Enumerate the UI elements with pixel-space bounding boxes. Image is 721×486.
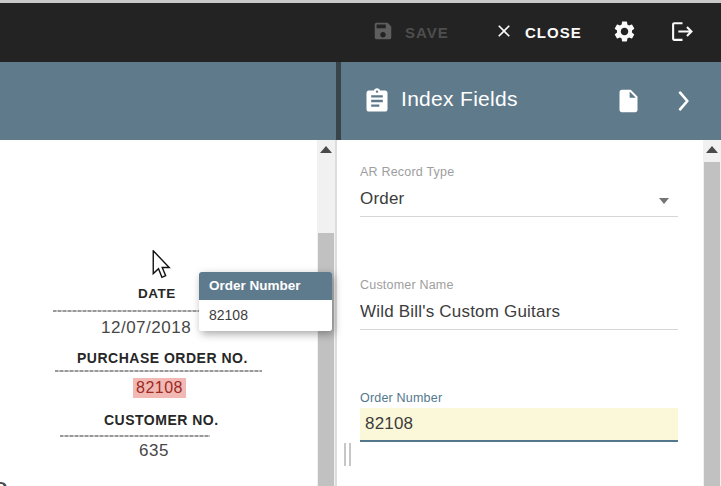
field-label: AR Record Type [360, 165, 678, 179]
chevron-right-icon [678, 99, 690, 114]
new-document-icon [615, 104, 642, 119]
document-scrollbar-thumb[interactable] [318, 233, 334, 486]
index-fields-panel: AR Record Type Order Customer Name Wild … [337, 140, 703, 486]
tooltip-value: 82108 [199, 300, 332, 331]
doc-rule-line [55, 370, 262, 372]
save-label: SAVE [405, 24, 449, 41]
settings-button[interactable] [604, 3, 644, 62]
field-tooltip: Order Number 82108 [199, 272, 332, 331]
field-label: Customer Name [360, 278, 678, 292]
field-customer-name: Customer Name Wild Bill's Custom Guitars [360, 278, 678, 322]
logout-icon [670, 19, 695, 47]
doc-partial-heading: D [0, 479, 8, 486]
topbar: SAVE CLOSE [0, 3, 721, 62]
document-toolbar [0, 62, 336, 140]
panel-scrollbar[interactable] [703, 140, 721, 486]
logout-button[interactable] [662, 3, 702, 62]
scroll-up-icon [320, 146, 332, 153]
save-icon [372, 20, 394, 45]
app-window: SAVE CLOSE [0, 0, 721, 486]
clipboard-icon [363, 86, 391, 120]
field-order-number: Order Number [360, 391, 678, 442]
close-icon [494, 21, 514, 44]
document-scroll-up-button[interactable] [317, 140, 335, 158]
close-button[interactable]: CLOSE [494, 3, 582, 62]
panel-title: Index Fields [401, 87, 518, 111]
field-underline [360, 216, 678, 217]
tooltip-title: Order Number [199, 272, 332, 300]
customer-name-input[interactable]: Wild Bill's Custom Guitars [360, 302, 678, 322]
field-ar-record-type: AR Record Type Order [360, 165, 678, 209]
splitter-drag-handle[interactable] [344, 443, 353, 466]
panel-scroll-up-button[interactable] [703, 140, 721, 158]
panel-scrollbar-thumb[interactable] [704, 162, 720, 486]
field-underline [360, 329, 678, 330]
doc-date-value: 12/07/2018 [101, 318, 191, 338]
close-label: CLOSE [525, 24, 582, 41]
index-fields-header: Index Fields [341, 62, 721, 140]
collapse-panel-button[interactable] [678, 91, 690, 114]
settings-icon [612, 19, 637, 47]
doc-rule-line [60, 435, 210, 437]
doc-po-value-highlighted[interactable]: 82108 [133, 378, 186, 398]
order-number-input[interactable] [360, 408, 678, 442]
dropdown-arrow-icon[interactable] [659, 198, 669, 204]
ar-record-type-select[interactable]: Order [360, 189, 678, 209]
doc-customer-value: 635 [139, 441, 169, 461]
save-button[interactable]: SAVE [372, 3, 449, 62]
new-document-button[interactable] [615, 86, 642, 119]
doc-po-label: PURCHASE ORDER NO. [77, 350, 248, 366]
doc-date-label: DATE [138, 286, 176, 301]
scroll-up-icon [706, 146, 718, 153]
field-label: Order Number [360, 391, 678, 405]
doc-customer-label: CUSTOMER NO. [104, 412, 219, 428]
